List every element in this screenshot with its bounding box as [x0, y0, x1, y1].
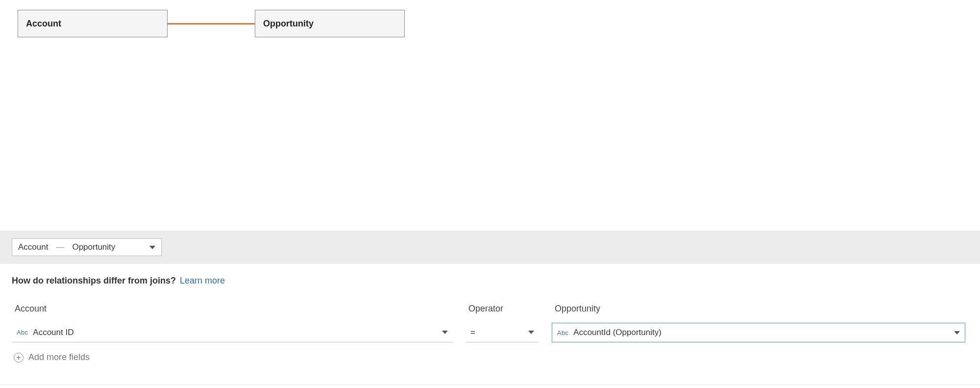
canvas-node-label: Account: [26, 19, 61, 29]
chevron-down-icon: [954, 331, 960, 335]
relationship-selector[interactable]: Account — Opportunity: [12, 238, 162, 256]
left-column-header: Account: [12, 304, 453, 314]
canvas-node-label: Opportunity: [263, 19, 314, 29]
relationship-bar: Account — Opportunity: [0, 231, 980, 264]
chevron-down-icon: [442, 331, 448, 334]
left-field-name: Account ID: [33, 328, 74, 337]
string-type-icon: Abc: [557, 329, 568, 336]
right-field-dropdown[interactable]: Abc AccountId (Opportunity): [552, 323, 965, 342]
right-column: Opportunity Abc AccountId (Opportunity): [552, 304, 965, 342]
relationship-canvas: Account Opportunity: [0, 0, 980, 231]
node-row: Account Opportunity: [18, 10, 980, 37]
chevron-down-icon: [528, 331, 534, 334]
divider: [0, 385, 980, 385]
relationship-config: How do relationships differ from joins? …: [0, 264, 980, 362]
operator-column-header: Operator: [466, 304, 539, 314]
field-label-wrap: Abc Account ID: [17, 328, 74, 337]
canvas-node-account[interactable]: Account: [18, 10, 168, 37]
left-column: Account Abc Account ID: [12, 304, 453, 342]
help-line: How do relationships differ from joins? …: [12, 276, 968, 286]
relationship-left-name: Account: [18, 242, 48, 252]
string-type-icon: Abc: [17, 329, 28, 336]
help-question: How do relationships differ from joins?: [12, 276, 176, 286]
operator-column: Operator =: [466, 304, 539, 342]
relationship-selector-label: Account — Opportunity: [18, 242, 115, 252]
field-mapping-row: Account Abc Account ID Operator = Opport…: [12, 304, 968, 342]
right-column-header: Opportunity: [552, 304, 965, 314]
operator-value: =: [470, 328, 475, 337]
chevron-down-icon: [149, 246, 155, 249]
left-field-dropdown[interactable]: Abc Account ID: [12, 323, 453, 342]
relationship-separator: —: [56, 242, 64, 252]
plus-circle-icon: +: [14, 353, 24, 362]
relationship-right-name: Opportunity: [72, 242, 115, 252]
add-more-label: Add more fields: [28, 352, 90, 362]
learn-more-link[interactable]: Learn more: [180, 276, 225, 286]
field-label-wrap: Abc AccountId (Opportunity): [557, 328, 662, 337]
operator-dropdown[interactable]: =: [466, 323, 539, 342]
add-more-fields-button[interactable]: + Add more fields: [12, 352, 968, 362]
right-field-name: AccountId (Opportunity): [573, 328, 662, 337]
relationship-noodle[interactable]: [168, 23, 255, 25]
canvas-node-opportunity[interactable]: Opportunity: [255, 10, 405, 37]
